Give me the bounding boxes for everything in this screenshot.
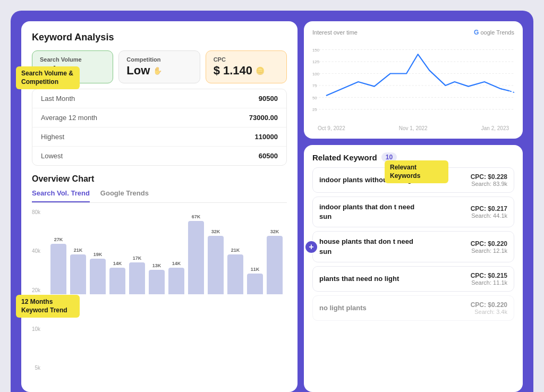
bar-10 <box>247 274 263 294</box>
lowest-label: Lowest <box>41 152 63 160</box>
keyword-search-2: Search: 12.1k <box>471 248 507 254</box>
highest-value: 110000 <box>255 133 278 141</box>
bar-6 <box>168 268 184 294</box>
avg-value: 73000.00 <box>249 114 278 122</box>
tab-search-vol-trend[interactable]: Search Vol. Trend <box>32 189 90 202</box>
keyword-search-4: Search: 3.4k <box>471 309 507 315</box>
y-label-80k: 80k <box>32 209 40 215</box>
keyword-cpc-1: CPC: $0.217 <box>471 205 507 212</box>
bar-chart-container: 27K21K19K14K17K13K14K67K32K21K11K32K <box>50 209 287 294</box>
bar-group-8: 32K <box>208 229 224 294</box>
bar-4 <box>129 262 145 294</box>
bar-group-2: 19K <box>90 252 106 294</box>
y-label-10k: 10k <box>32 326 40 332</box>
x-label-3: Jan 2, 2023 <box>481 125 509 131</box>
keyword-search-1: Search: 44.1k <box>471 212 507 219</box>
hand-icon: ✋ <box>153 66 162 75</box>
cpc-label: CPC <box>214 56 279 63</box>
bar-group-11: 32K <box>267 229 283 294</box>
bar-label-3: 14K <box>113 261 122 266</box>
search-volume-label: Search Volume <box>40 56 105 63</box>
competition-value: Low ✋ <box>126 64 192 78</box>
cpc-value: $ 1.140 🪙 <box>214 64 279 78</box>
cpc-card: CPC $ 1.140 🪙 <box>206 50 287 83</box>
bar-0 <box>50 244 66 294</box>
bar-group-4: 17K <box>129 255 145 294</box>
x-label-1: Oct 9, 2022 <box>318 125 345 131</box>
tab-google-trends[interactable]: Google Trends <box>100 189 149 202</box>
panel-title: Keyword Analysis <box>32 32 287 43</box>
bar-label-8: 32K <box>211 229 220 234</box>
x-label-2: Nov 1, 2022 <box>399 125 428 131</box>
bar-label-1: 21K <box>74 248 83 253</box>
annotation-search-volume: Search Volume & Competition <box>16 66 80 89</box>
bar-7 <box>188 221 204 294</box>
stats-row-highest: Highest 110000 <box>32 127 286 147</box>
keyword-name-2: house plants that don t need sun <box>319 237 426 256</box>
keyword-item-2: +house plants that don t need sunCPC: $0… <box>312 231 514 262</box>
stats-row-avg: Average 12 month 73000.00 <box>32 108 286 127</box>
bar-label-7: 67K <box>192 214 201 219</box>
overview-chart-title: Overview Chart <box>32 174 287 184</box>
keyword-meta-3: CPC: $0.215Search: 11.1k <box>471 272 507 286</box>
keyword-meta-1: CPC: $0.217Search: 44.1k <box>471 205 507 219</box>
y-label-20k: 20k <box>32 287 40 293</box>
competition-card: Competition Low ✋ <box>118 50 200 83</box>
keyword-meta-2: CPC: $0.220Search: 12.1k <box>471 240 507 254</box>
main-container: Search Volume & Competition 12 Months Ke… <box>11 11 533 392</box>
keyword-item-4: no light plantsCPC: $0.220Search: 3.4k <box>312 295 514 321</box>
annotation-12months: 12 Months Keyword Trend <box>16 295 80 318</box>
bar-group-3: 14K <box>109 261 125 294</box>
stats-table: Last Month 90500 Average 12 month 73000.… <box>32 89 287 166</box>
bar-group-5: 13K <box>149 263 165 294</box>
highest-label: Highest <box>41 133 64 141</box>
bar-label-4: 17K <box>133 255 142 261</box>
bar-label-11: 32K <box>270 229 279 234</box>
bar-group-6: 14K <box>168 261 184 294</box>
svg-text:125: 125 <box>312 59 319 64</box>
bar-5 <box>149 270 165 294</box>
bar-label-9: 21K <box>231 248 240 253</box>
keyword-search-0: Search: 83.9k <box>471 181 507 187</box>
keyword-meta-4: CPC: $0.220Search: 3.4k <box>471 301 507 315</box>
bar-1 <box>70 254 86 294</box>
annotation-relevant: Relevant Keywords <box>385 160 448 183</box>
bar-group-1: 21K <box>70 248 86 294</box>
svg-text:25: 25 <box>312 107 317 112</box>
bar-label-5: 13K <box>152 263 162 268</box>
last-month-value: 90500 <box>259 95 278 103</box>
avg-label: Average 12 month <box>41 114 97 122</box>
coin-icon: 🪙 <box>256 66 265 75</box>
last-month-label: Last Month <box>41 95 75 103</box>
svg-text:75: 75 <box>312 83 317 88</box>
keyword-item-3: plants that need no lightCPC: $0.215Sear… <box>312 266 514 292</box>
keyword-cpc-0: CPC: $0.228 <box>471 173 507 181</box>
bar-2 <box>90 259 106 294</box>
y-label-40k: 40k <box>32 248 40 254</box>
lowest-value: 60500 <box>259 152 278 160</box>
bar-group-10: 11K <box>247 267 263 294</box>
bar-label-2: 19K <box>94 252 103 257</box>
trends-header: Interest over time G oogle Trends <box>312 29 514 36</box>
bar-label-10: 11K <box>251 267 260 272</box>
trends-svg: 150 125 100 75 50 25 <box>312 39 514 124</box>
add-keyword-button-2[interactable]: + <box>304 240 318 254</box>
keyword-meta-0: CPC: $0.228Search: 83.9k <box>471 173 507 187</box>
keyword-name-1: indoor plants that don t need sun <box>319 202 426 221</box>
related-title: Related Keyword <box>312 153 377 162</box>
bar-9 <box>227 254 243 294</box>
bar-3 <box>109 268 125 294</box>
keyword-cpc-2: CPC: $0.220 <box>471 240 507 248</box>
svg-text:50: 50 <box>312 96 317 100</box>
bar-group-7: 67K <box>188 214 204 294</box>
keyword-name-4: no light plants <box>319 303 367 313</box>
chart-tabs: Search Vol. Trend Google Trends <box>32 189 287 203</box>
right-panel: Interest over time G oogle Trends 150 12… <box>304 21 523 392</box>
svg-text:100: 100 <box>312 72 320 76</box>
trends-title: Interest over time <box>312 29 358 36</box>
bar-11 <box>267 236 283 294</box>
keyword-name-3: plants that need no light <box>319 274 399 284</box>
bar-8 <box>208 236 224 294</box>
keyword-search-3: Search: 11.1k <box>471 279 507 286</box>
keyword-cpc-4: CPC: $0.220 <box>471 301 507 309</box>
